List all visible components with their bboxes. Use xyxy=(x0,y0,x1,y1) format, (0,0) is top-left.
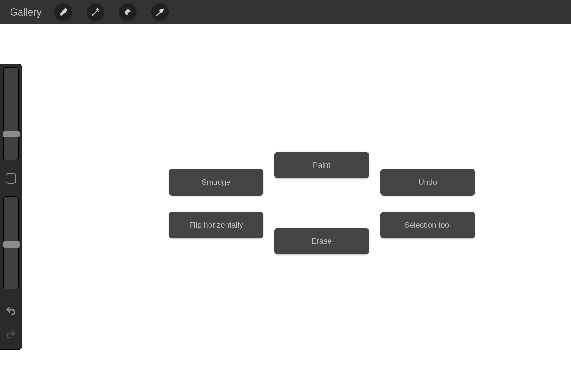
modify-button[interactable] xyxy=(6,173,16,184)
undo-icon[interactable] xyxy=(5,306,16,318)
gesture-chip-flip-horizontally[interactable]: Flip horizontally xyxy=(169,212,263,238)
gallery-button[interactable]: Gallery xyxy=(10,6,42,18)
opacity-slider[interactable] xyxy=(3,196,19,289)
side-panel xyxy=(0,64,22,350)
chip-label: Selection tool xyxy=(404,221,451,229)
brush-size-slider[interactable] xyxy=(3,67,19,160)
chip-label: Flip horizontally xyxy=(189,221,243,229)
brush-size-slider-thumb[interactable] xyxy=(3,131,20,137)
gesture-chip-paint[interactable]: Paint xyxy=(274,152,369,178)
gesture-chip-selection-tool[interactable]: Selection tool xyxy=(380,212,475,238)
gesture-chip-erase[interactable]: Erase xyxy=(274,228,369,254)
chip-label: Erase xyxy=(311,237,332,246)
opacity-slider-thumb[interactable] xyxy=(3,241,20,248)
gesture-chip-smudge[interactable]: Smudge xyxy=(169,169,263,196)
wrench-icon[interactable] xyxy=(54,3,72,21)
wand-icon[interactable] xyxy=(87,3,104,21)
chip-label: Undo xyxy=(419,178,437,187)
selection-icon[interactable] xyxy=(119,3,137,21)
gesture-chip-undo[interactable]: Undo xyxy=(380,169,475,196)
arrow-icon[interactable] xyxy=(151,3,169,21)
chip-label: Smudge xyxy=(202,178,231,187)
redo-icon xyxy=(5,329,16,341)
topbar: Gallery xyxy=(0,0,571,24)
chip-label: Paint xyxy=(313,161,330,169)
